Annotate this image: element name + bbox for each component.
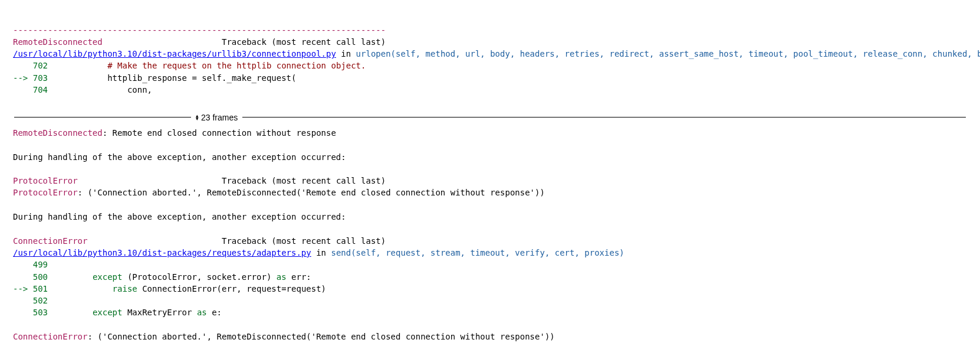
- exception-message: : ('Connection aborted.', RemoteDisconne…: [87, 332, 554, 341]
- exception-message: : ('Connection aborted.', RemoteDisconne…: [78, 188, 545, 197]
- source-file-link[interactable]: /usr/local/lib/python3.10/dist-packages/…: [13, 248, 311, 257]
- current-line-arrow: -->: [13, 284, 33, 293]
- current-line-arrow: -->: [13, 73, 33, 83]
- code-comment: # Make the request on the httplib connec…: [48, 61, 366, 70]
- keyword-as: as: [197, 308, 207, 317]
- exception-message: : Remote end closed connection without r…: [103, 128, 336, 138]
- line-number: 503: [33, 308, 48, 317]
- line-number: 702: [33, 61, 48, 70]
- traceback-label: Traceback (most recent call last): [222, 37, 386, 47]
- source-file-link[interactable]: /usr/local/lib/python3.10/dist-packages/…: [13, 49, 336, 58]
- code-text: err:: [287, 272, 311, 282]
- line-number: 499: [33, 260, 48, 269]
- keyword-raise: raise: [113, 284, 137, 293]
- code-text: MaxRetryError: [122, 308, 196, 317]
- function-name: send: [331, 248, 351, 257]
- exception-name: ProtocolError: [13, 176, 78, 185]
- exception-name: ConnectionError: [13, 236, 87, 246]
- during-handling-text: During handling of the above exception, …: [13, 212, 346, 221]
- exception-name: RemoteDisconnected: [13, 37, 103, 47]
- code-text: ConnectionError(err, request=request): [137, 284, 326, 293]
- line-number: 500: [33, 272, 48, 282]
- traceback-label: Traceback (most recent call last): [222, 176, 386, 185]
- keyword-except: except: [93, 272, 123, 282]
- traceback-label: Traceback (most recent call last): [222, 236, 386, 246]
- exception-name: RemoteDisconnected: [13, 128, 103, 138]
- in-keyword: in: [336, 49, 356, 58]
- line-number: 703: [33, 73, 48, 83]
- function-params: (self, request, stream, timeout, verify,…: [351, 248, 624, 257]
- exception-name: ProtocolError: [13, 188, 78, 197]
- exception-name: ConnectionError: [13, 332, 87, 341]
- function-name: urlopen: [356, 49, 391, 58]
- code-line: conn,: [48, 85, 152, 94]
- keyword-except: except: [93, 308, 123, 317]
- in-keyword: in: [311, 248, 331, 257]
- expand-icon[interactable]: ▴▾: [196, 115, 199, 120]
- line-number: 704: [33, 85, 48, 94]
- function-params: (self, method, url, body, headers, retri…: [391, 49, 980, 58]
- code-text: e:: [207, 308, 222, 317]
- frames-divider[interactable]: ▴▾ 23 frames: [0, 112, 980, 123]
- divider-line-left: [14, 117, 191, 118]
- traceback-divider: ----------------------------------------…: [13, 25, 386, 35]
- during-handling-text: During handling of the above exception, …: [13, 152, 346, 162]
- divider-line-right: [242, 117, 966, 118]
- line-number: 501: [33, 284, 48, 293]
- frames-count-label[interactable]: 23 frames: [201, 112, 238, 123]
- keyword-as: as: [277, 272, 287, 282]
- code-line: httplib_response = self._make_request(: [48, 73, 296, 83]
- code-text: (ProtocolError, socket.error): [122, 272, 276, 282]
- line-number: 502: [33, 296, 48, 305]
